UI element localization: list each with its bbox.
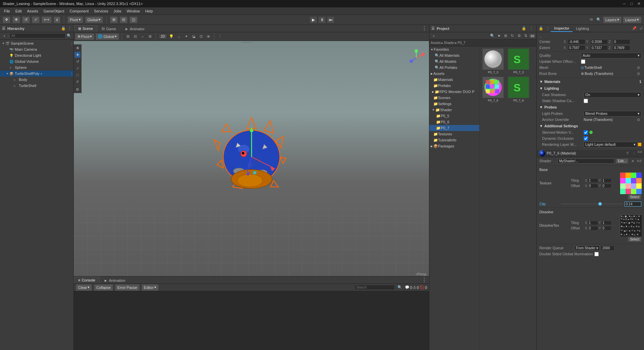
folder-settings[interactable]: 📁 Settings <box>429 101 479 107</box>
inspector-pin[interactable]: 📌 <box>631 26 637 32</box>
scene-viewport[interactable]: ✥ ✛ ↺ ⤢ □ # ⚙ X <box>74 41 429 276</box>
pause-btn[interactable]: ⏸ <box>318 16 326 24</box>
snap-btn[interactable]: ⊞ <box>110 16 118 23</box>
align-btn[interactable]: ◫ <box>129 16 138 23</box>
menu-file[interactable]: File <box>1 8 13 14</box>
menu-gameobject[interactable]: GameObject <box>41 8 67 14</box>
menu-window[interactable]: Window <box>124 8 143 14</box>
folder-prefabs[interactable]: 📁 Prefabs <box>429 83 479 89</box>
scene-gizmo-btn[interactable]: 👁 <box>205 34 211 40</box>
tool-transform[interactable]: # <box>54 16 60 23</box>
scene-extra-btn[interactable]: ⋮ <box>217 34 223 40</box>
scene-fx-btn[interactable]: ✦ <box>183 34 189 40</box>
update-offscreen-checkbox[interactable] <box>581 59 585 64</box>
asset-p07-3-shader[interactable]: S P0_7_3 <box>506 48 531 75</box>
tab-scene[interactable]: ⊞ Scene <box>74 25 97 32</box>
dissolve-offset-y[interactable] <box>601 226 611 230</box>
hierarchy-lock[interactable]: 🔒 <box>61 26 66 31</box>
scene-light-btn[interactable]: 💡 <box>168 34 174 40</box>
menu-assets[interactable]: Assets <box>24 8 41 14</box>
extent-x-input[interactable] <box>568 45 585 50</box>
mesh-select-btn[interactable]: ⊙ <box>635 64 641 71</box>
scene-render-btn[interactable]: ⊡ <box>198 34 204 40</box>
folder-all-models[interactable]: 🔍 All Models <box>429 58 479 64</box>
breadcrumb-p07[interactable]: P0_7 <box>458 41 465 45</box>
inspector-more[interactable]: ⋮ <box>545 26 551 32</box>
render-queue-value[interactable] <box>601 246 614 251</box>
scene-2d-btn[interactable]: 2D <box>159 34 167 39</box>
samplescene-more[interactable]: ⋮ <box>70 42 73 45</box>
base-offset-x[interactable] <box>588 184 598 188</box>
project-more[interactable]: ⋮ <box>528 26 534 32</box>
turtleshellpoly-more[interactable]: ⋮ <box>70 72 73 76</box>
layout-dropdown[interactable]: Layout ▾ <box>623 16 641 23</box>
hierarchy-item-turtleshell[interactable]: ○ TurtleShell <box>0 83 73 89</box>
vp-settings-tool[interactable]: ⚙ <box>74 86 80 92</box>
pivot-tool-dropdown[interactable]: ⊕ Pivot ▾ <box>75 33 94 40</box>
console-search-icon[interactable]: 🔍 <box>397 285 403 291</box>
shader-dropdown[interactable]: MyShader/... <box>557 159 614 164</box>
rendering-layer-dropdown[interactable]: Light Layer default ▾ <box>584 142 637 147</box>
base-tiling-y[interactable] <box>601 178 611 183</box>
clip-label[interactable]: Clip <box>539 202 559 206</box>
project-fav-btn[interactable]: ★ <box>496 33 502 39</box>
dissolve-select-btn[interactable]: Select <box>628 237 641 242</box>
folder-rpg[interactable]: ▶ 📁 RPG Monster DUO P <box>429 89 479 95</box>
dissolve-offset-x[interactable] <box>588 226 598 230</box>
skinned-motion-checkbox[interactable] <box>584 130 588 135</box>
console-search[interactable] <box>355 285 395 290</box>
vp-hand-tool[interactable]: ✥ <box>74 45 80 51</box>
folder-packages[interactable]: ▶ 📦 Packages <box>429 143 479 149</box>
breadcrumb-shader[interactable]: Shader <box>444 41 454 45</box>
clear-btn[interactable]: Clear ▾ <box>76 284 92 291</box>
material-more[interactable]: ⋮ <box>631 150 637 156</box>
tool-move[interactable]: ✥ <box>12 16 20 23</box>
clip-slider[interactable] <box>561 203 623 205</box>
base-offset-y[interactable] <box>601 184 611 188</box>
scene-grid-btn[interactable]: ⊞ <box>125 34 131 40</box>
hierarchy-add-btn[interactable]: + <box>1 33 7 39</box>
tab-inspector[interactable]: Inspector <box>551 25 573 32</box>
project-sort-btn[interactable]: ⇅ <box>523 33 529 39</box>
error-pause-btn[interactable]: Error Pause <box>115 284 140 291</box>
tab-animation[interactable]: ► Animation <box>100 277 130 283</box>
hierarchy-item-sphere[interactable]: ○ Sphere <box>0 64 73 71</box>
lighting-section[interactable]: ▼ Lighting <box>537 85 644 92</box>
center-z-input[interactable] <box>613 39 630 44</box>
tab-game[interactable]: ⊟ Game <box>97 25 120 32</box>
dynamic-occlusion-checkbox[interactable] <box>584 136 588 141</box>
folder-tutorialinfo[interactable]: 📁 TutorialInfo <box>429 137 479 143</box>
folder-scenes[interactable]: 📁 Scenes <box>429 95 479 101</box>
shader-edit-btn[interactable]: Edit... <box>616 159 629 164</box>
minimize-btn[interactable]: ─ <box>622 1 627 6</box>
folder-all-materials[interactable]: 🔍 All Materials <box>429 52 479 58</box>
project-search-btn[interactable]: 🔍 <box>489 33 495 39</box>
folder-shader[interactable]: ▼ 📁 Shader <box>429 107 479 113</box>
folder-assets[interactable]: ▶ Assets <box>429 71 479 77</box>
vp-transform-tool[interactable]: # <box>74 79 80 85</box>
menu-services[interactable]: Services <box>91 8 111 14</box>
root-bone-select-btn[interactable]: ⊙ <box>635 71 641 77</box>
center-y-input[interactable] <box>590 39 608 44</box>
extent-y-input[interactable] <box>590 45 608 50</box>
light-probes-dropdown[interactable]: Blend Probes ▾ <box>584 111 641 117</box>
scene-audio-btn[interactable]: ♪ <box>176 34 182 40</box>
scene-sky-btn[interactable]: 🌤 <box>191 34 197 40</box>
menu-component[interactable]: Component <box>67 8 91 14</box>
scene-align-btn[interactable]: ⊞ <box>147 34 153 40</box>
additional-settings-section[interactable]: ▼ Additional Settings <box>537 123 644 129</box>
material-question[interactable]: ? <box>624 150 630 156</box>
hierarchy-item-body[interactable]: ○ Body <box>0 77 73 83</box>
clip-input[interactable] <box>625 202 641 207</box>
asset-p07-6-shader[interactable]: S P0_7_6 <box>506 76 531 103</box>
double-sided-checkbox[interactable] <box>594 252 599 256</box>
scene-snap-btn[interactable]: ⊟ <box>132 34 138 40</box>
shader-list-btn[interactable]: ≡ <box>630 158 636 164</box>
materials-section[interactable]: ▼ Materials 1 <box>537 78 644 85</box>
vp-move-tool[interactable]: ✛ <box>74 52 80 58</box>
base-tiling-x[interactable] <box>588 178 598 183</box>
tool-rotate[interactable]: ↺ <box>22 16 30 23</box>
hierarchy-item-samplescene[interactable]: ▼ 🎬 SampleScene ⋮ <box>0 40 73 46</box>
cast-shadows-dropdown[interactable]: On ▾ <box>584 92 641 98</box>
base-select-btn[interactable]: Select <box>628 194 641 200</box>
